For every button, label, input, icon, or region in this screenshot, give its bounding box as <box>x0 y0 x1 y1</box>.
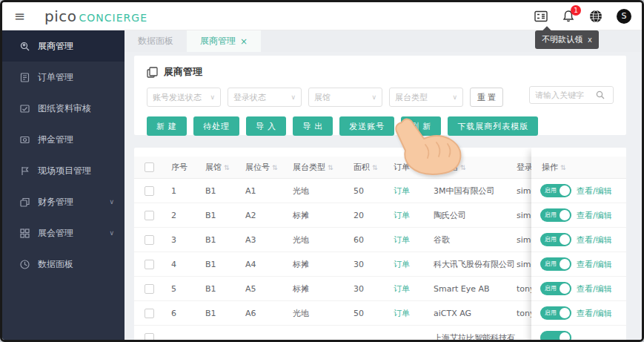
cell-booth: A6 <box>245 309 293 318</box>
pending-button[interactable]: 待处理 <box>193 116 239 136</box>
row-checkbox[interactable] <box>145 284 154 294</box>
sort-icon[interactable]: ⇅ <box>224 164 230 171</box>
sort-icon[interactable]: ⇅ <box>272 164 278 171</box>
order-link[interactable]: 订单 <box>394 283 434 295</box>
order-link[interactable]: 订单 <box>394 234 434 246</box>
cell-hall: B1 <box>205 186 245 196</box>
import-button[interactable]: 导 入 <box>246 116 286 136</box>
refresh-button[interactable]: 刷 新 <box>401 116 441 136</box>
enable-toggle[interactable]: 启用 <box>540 208 571 222</box>
sort-icon[interactable]: ⇅ <box>560 164 566 171</box>
header-booth[interactable]: 展位号⇅ <box>245 162 293 173</box>
row-checkbox[interactable] <box>145 186 154 196</box>
order-link[interactable]: 订单 <box>394 308 434 319</box>
sort-icon[interactable]: ⇅ <box>328 164 333 171</box>
toggle-knob <box>560 283 570 294</box>
sidebar-nav: 展商管理 订单管理 图纸资料审核 押金管理 现场项目管理 财务管理 ∨ 展会管理… <box>2 30 125 340</box>
operations-row: 启用 查看/编辑 <box>531 277 626 301</box>
enable-toggle[interactable]: 启用 <box>540 233 571 246</box>
view-edit-link[interactable]: 查看/编辑 <box>577 185 612 197</box>
order-link[interactable]: 订单 <box>394 210 434 221</box>
reset-button[interactable]: 重 置 <box>470 88 503 107</box>
cell-booth: A5 <box>245 284 293 294</box>
header-area[interactable]: 面积⇅ <box>353 162 394 173</box>
chevron-down-icon: ∨ <box>452 93 457 101</box>
cell-no: 3 <box>171 235 205 245</box>
sort-icon[interactable]: ⇅ <box>412 164 418 171</box>
tooltip-close-icon[interactable]: x <box>588 36 592 44</box>
cell-exhibitor-name: 陶氏公司 <box>434 210 517 221</box>
operations-pinned-column: 操作⇅ 启用 查看/编辑 启用 查看/编辑 启用 查看/编辑 启用 查看/编辑 <box>531 148 626 342</box>
user-avatar[interactable]: S <box>617 9 631 24</box>
row-checkbox[interactable] <box>145 309 154 318</box>
tab-exhibitor-management[interactable]: 展商管理 × <box>187 30 261 52</box>
view-edit-link[interactable]: 查看/编辑 <box>577 210 612 221</box>
app-logo: pico CONCIERGE <box>44 7 147 25</box>
sidebar-item-data-panel[interactable]: 数据面板 <box>2 249 125 280</box>
export-button[interactable]: 导 出 <box>293 116 333 136</box>
view-edit-link[interactable]: 查看/编辑 <box>577 283 612 295</box>
operations-row <box>531 326 626 342</box>
cell-exhibitor-name: Smart Eye AB <box>434 284 517 294</box>
sidebar-item-label: 押金管理 <box>38 134 73 146</box>
header-name[interactable]: 展商名⇅ <box>434 162 517 173</box>
cell-type: 标摊 <box>293 259 353 270</box>
toggle-knob <box>560 185 570 196</box>
sort-icon[interactable]: ⇅ <box>372 164 378 171</box>
toggle-label: 启用 <box>545 211 557 219</box>
row-checkbox[interactable] <box>145 260 154 269</box>
sidebar-item-drawing-review[interactable]: 图纸资料审核 <box>2 93 125 124</box>
notification-badge: 1 <box>571 5 581 16</box>
new-button[interactable]: 新 建 <box>147 116 187 136</box>
logo-text-concierge: CONCIERGE <box>79 12 147 24</box>
hamburger-menu-icon[interactable]: ≡ <box>14 10 25 23</box>
enable-toggle[interactable]: 启用 <box>540 306 571 320</box>
download-template-button[interactable]: 下载展商列表模版 <box>448 116 538 136</box>
sidebar-item-deposit-management[interactable]: 押金管理 <box>2 124 125 155</box>
order-link[interactable]: 订单 <box>394 259 434 270</box>
cell-booth: A4 <box>245 260 293 269</box>
row-checkbox[interactable] <box>145 235 154 245</box>
sidebar-item-exhibitor-management[interactable]: 展商管理 <box>2 30 125 62</box>
view-edit-link[interactable]: 查看/编辑 <box>577 234 612 246</box>
login-status-select[interactable]: 登录状态 ∨ <box>228 88 302 107</box>
order-link[interactable]: 订单 <box>394 185 434 197</box>
sidebar-item-onsite-project-management[interactable]: 现场项目管理 <box>2 155 125 186</box>
tab-close-icon[interactable]: × <box>240 36 248 47</box>
exhibition-icon <box>20 228 30 238</box>
send-account-button[interactable]: 发送账号 <box>339 116 394 136</box>
tab-label: 展商管理 <box>200 35 236 47</box>
sort-icon[interactable]: ⇅ <box>460 164 466 171</box>
exhibitor-search-icon <box>20 42 30 51</box>
claim-icon[interactable] <box>534 10 548 23</box>
tab-data-panel[interactable]: 数据面板 <box>125 30 187 52</box>
select-all-checkbox[interactable] <box>145 162 154 172</box>
hall-select[interactable]: 展馆 ∨ <box>308 88 382 107</box>
header-order[interactable]: 订单⇅ <box>394 162 434 173</box>
view-edit-link[interactable]: 查看/编辑 <box>577 259 612 270</box>
row-checkbox[interactable] <box>145 211 154 220</box>
header-hall[interactable]: 展馆⇅ <box>205 162 245 173</box>
keyword-search-input[interactable] <box>535 91 596 100</box>
toggle-label: 启用 <box>545 285 557 292</box>
enable-toggle[interactable]: 启用 <box>540 282 571 295</box>
panel-title: 展商管理 <box>134 56 626 79</box>
sidebar-item-finance-management[interactable]: 财务管理 ∨ <box>2 186 125 217</box>
header-type[interactable]: 展台类型⇅ <box>293 162 353 173</box>
account-send-status-select[interactable]: 账号发送状态 ∨ <box>147 88 221 107</box>
keyword-search-box[interactable] <box>529 86 614 104</box>
header-operations[interactable]: 操作⇅ <box>531 157 626 179</box>
header-no: 序号 <box>171 162 205 173</box>
enable-toggle[interactable] <box>540 331 571 342</box>
sidebar-item-label: 订单管理 <box>38 71 73 84</box>
finance-icon <box>20 197 30 207</box>
sidebar-item-exhibition-management[interactable]: 展会管理 ∨ <box>2 217 125 249</box>
enable-toggle[interactable]: 启用 <box>540 184 571 197</box>
row-checkbox[interactable] <box>145 333 154 342</box>
enable-toggle[interactable]: 启用 <box>540 257 571 271</box>
notification-bell-icon[interactable]: 1 <box>562 10 575 23</box>
language-globe-icon[interactable] <box>589 10 602 23</box>
view-edit-link[interactable]: 查看/编辑 <box>577 308 612 319</box>
sidebar-item-order-management[interactable]: 订单管理 <box>2 62 125 93</box>
booth-type-select[interactable]: 展台类型 ∨ <box>389 88 463 107</box>
